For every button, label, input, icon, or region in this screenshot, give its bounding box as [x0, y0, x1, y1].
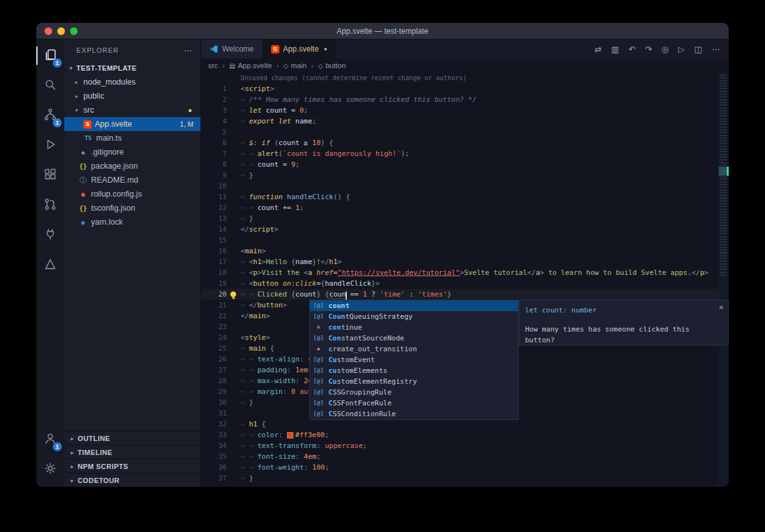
- glyph-margin: [227, 408, 241, 419]
- code-line[interactable]: 12→→count += 1;: [201, 202, 719, 213]
- lightbulb-icon[interactable]: [230, 291, 236, 297]
- project-section-header[interactable]: ▾ TEST-TEMPLATE: [64, 61, 200, 75]
- code-line[interactable]: 15: [201, 235, 719, 246]
- code-line[interactable]: 1<script>: [201, 83, 719, 94]
- line-number: 5: [201, 127, 227, 137]
- line-number: 1: [201, 83, 227, 94]
- sidebar-section-timeline[interactable]: ▸TIMELINE: [64, 445, 200, 459]
- activity-bar-item-azure[interactable]: [36, 250, 64, 280]
- suggestion-item[interactable]: ◈create_out_transition: [310, 344, 518, 354]
- suggestion-item[interactable]: [@]CSSFontFaceRule: [310, 398, 518, 409]
- activity-bar-item-run-debug[interactable]: [36, 130, 64, 160]
- tab-welcome[interactable]: Welcome: [201, 39, 263, 59]
- open-changes-icon[interactable]: ◎: [661, 45, 668, 54]
- code-line[interactable]: 37→}: [201, 473, 719, 484]
- open-preview-icon[interactable]: ▥: [611, 45, 619, 54]
- code-line[interactable]: 35→→font-size: 4em;: [201, 451, 719, 462]
- code-line[interactable]: 11→function handleClick() {: [201, 192, 719, 202]
- file-item-rollup-config-js[interactable]: ●rollup.config.js: [64, 187, 200, 201]
- suggestion-item[interactable]: [@]customElements: [310, 365, 518, 376]
- code-line[interactable]: 7→→alert(`count is dangerously high!`);: [201, 148, 719, 159]
- more-actions-icon[interactable]: ⋯: [184, 46, 193, 55]
- more-actions-icon[interactable]: ⋯: [712, 45, 720, 54]
- split-editor-icon[interactable]: ◫: [694, 45, 702, 54]
- sidebar-section-codetour[interactable]: ▸CODETOUR: [64, 473, 200, 487]
- activity-bar-item-remote[interactable]: [36, 220, 64, 250]
- title-bar[interactable]: App.svelte — test-template: [36, 23, 729, 39]
- symbol-class-icon: [@]: [312, 409, 325, 419]
- activity-bar-item-settings[interactable]: [36, 454, 64, 484]
- suggestion-item[interactable]: [@]CSSGroupingRule: [310, 387, 518, 398]
- breadcrumb-item-button[interactable]: ◇button: [318, 62, 346, 69]
- symbol-keyword-icon: ≡: [312, 322, 325, 333]
- file-item-yarn-lock[interactable]: ◉yarn.lock: [64, 215, 200, 229]
- code-text: [241, 127, 719, 137]
- code-line[interactable]: 17→<h1>Hello {name}!</h1>: [201, 256, 719, 267]
- run-icon[interactable]: ▷: [678, 45, 685, 54]
- folder-item-src[interactable]: ▾src●: [64, 103, 200, 117]
- code-line[interactable]: 3→let count = 0;: [201, 105, 719, 116]
- code-line[interactable]: 16<main>: [201, 246, 719, 256]
- json-icon: {}: [78, 163, 88, 170]
- folder-item-node-modules[interactable]: ▸node_modules: [64, 75, 200, 89]
- code-line[interactable]: 8→→count = 9;: [201, 159, 719, 170]
- activity-bar-item-accounts[interactable]: 1: [36, 424, 64, 454]
- sidebar-section-outline[interactable]: ▸OUTLINE: [64, 431, 200, 445]
- file-item-app-svelte[interactable]: SApp.svelte1, M: [64, 117, 200, 131]
- suggestion-item[interactable]: ≡continue: [310, 322, 518, 333]
- code-line[interactable]: 19→<button on:click={handleClick}>: [201, 278, 719, 289]
- code-line[interactable]: 34→→text-transform: uppercase;: [201, 440, 719, 451]
- code-text: [241, 181, 719, 192]
- folder-item-public[interactable]: ▸public: [64, 89, 200, 103]
- activity-bar-item-explorer[interactable]: 1: [36, 41, 64, 71]
- symbol-class-icon: [@]: [312, 333, 325, 344]
- close-window-button[interactable]: [45, 27, 52, 35]
- code-line[interactable]: 6→$: if (count ≥ 10) {: [201, 137, 719, 148]
- activity-bar-item-search[interactable]: [36, 71, 64, 101]
- suggestion-item[interactable]: [@]CSSConditionRule: [310, 409, 518, 419]
- sidebar-section-npm-scripts[interactable]: ▸NPM SCRIPTS: [64, 459, 200, 473]
- line-number: 9: [201, 170, 227, 181]
- file-item-main-ts[interactable]: TSmain.ts: [64, 131, 200, 145]
- activity-bar-item-source-control[interactable]: 1: [36, 101, 64, 130]
- code-line[interactable]: 13→}: [201, 213, 719, 224]
- file-item-package-json[interactable]: {}package.json: [64, 159, 200, 173]
- code-line[interactable]: 2→/** How many times has someone clicked…: [201, 94, 719, 105]
- breadcrumb-item-app-svelte[interactable]: ▤App.svelte: [229, 62, 272, 69]
- minimize-window-button[interactable]: [57, 27, 65, 35]
- previous-change-icon[interactable]: ↶: [629, 45, 636, 54]
- code-line[interactable]: 36→→font-weight: 100;: [201, 462, 719, 473]
- compare-changes-icon[interactable]: ⇄: [594, 45, 601, 54]
- breadcrumb-separator: ›: [222, 62, 225, 69]
- symbol-variable-icon: [@]: [312, 300, 325, 311]
- activity-bar-item-github-pr[interactable]: [36, 190, 64, 220]
- suggestion-item[interactable]: [@]count: [310, 300, 518, 311]
- zoom-window-button[interactable]: [70, 27, 78, 35]
- chevron-right-icon: ▸: [69, 435, 76, 442]
- suggestion-item[interactable]: [@]CountQueuingStrategy: [310, 311, 518, 322]
- close-icon[interactable]: ×: [719, 302, 724, 312]
- file-label: src: [83, 106, 94, 115]
- code-line[interactable]: 33→→color: #ff3e00;: [201, 430, 719, 440]
- file-item--gitignore[interactable]: ◈.gitignore: [64, 145, 200, 159]
- code-line[interactable]: 5: [201, 127, 719, 137]
- breadcrumb-item-src[interactable]: src: [208, 62, 218, 69]
- breadcrumb-item-main[interactable]: ◇main: [283, 62, 307, 69]
- activity-bar-item-extensions[interactable]: [36, 160, 64, 190]
- file-item-readme-md[interactable]: ⓘREADME.md: [64, 173, 200, 187]
- code-line[interactable]: 32→h1 {: [201, 419, 719, 430]
- code-line[interactable]: 18→<p>Visit the <a href="https://svelte.…: [201, 267, 719, 278]
- file-item-tsconfig-json[interactable]: {}tsconfig.json: [64, 201, 200, 215]
- next-change-icon[interactable]: ↷: [645, 45, 652, 54]
- code-line[interactable]: 14</script>: [201, 224, 719, 235]
- suggestion-item[interactable]: [@]ConstantSourceNode: [310, 333, 518, 344]
- code-line[interactable]: 9→}: [201, 170, 719, 181]
- minimap[interactable]: [719, 73, 729, 487]
- code-editor[interactable]: Unsaved changes (cannot determine recent…: [201, 73, 729, 487]
- tab-app-svelte[interactable]: SApp.svelte●: [263, 39, 336, 59]
- code-line[interactable]: 4→export let name;: [201, 116, 719, 127]
- code-line[interactable]: 20→→Clicked {count} {coun == 1 ? 'time' …: [201, 289, 719, 300]
- code-line[interactable]: 10: [201, 181, 719, 192]
- suggestion-item[interactable]: [@]CustomElementRegistry: [310, 376, 518, 387]
- suggestion-item[interactable]: [@]CustomEvent: [310, 354, 518, 365]
